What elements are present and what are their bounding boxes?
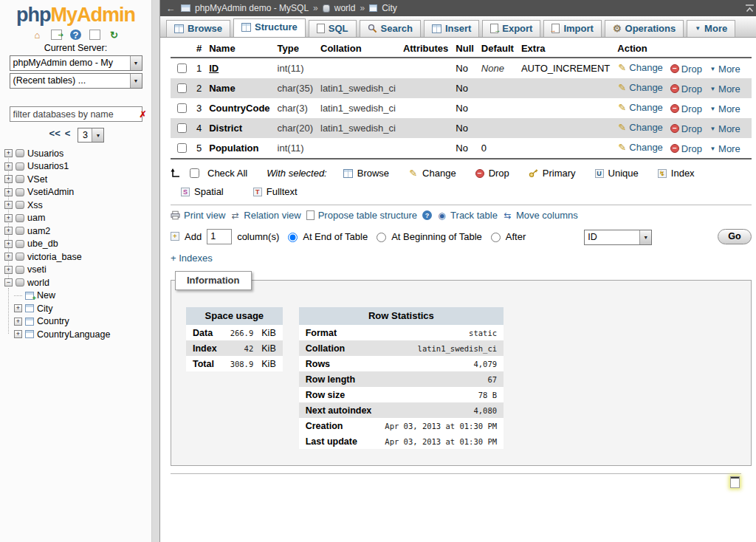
collapse-menu-icon[interactable]	[745, 4, 755, 13]
after-radio[interactable]	[491, 233, 501, 242]
drop-link[interactable]: −Drop	[670, 103, 702, 114]
more-link[interactable]: ▼More	[709, 143, 740, 154]
sidebar-db-label[interactable]: Xss	[27, 200, 43, 210]
expand-expander-icon[interactable]: +	[4, 149, 13, 157]
sidebar-table-label[interactable]: City	[37, 303, 53, 314]
sidebar-db-label[interactable]: uam2	[27, 226, 50, 236]
change-link[interactable]: ✎Change	[617, 82, 663, 93]
more-link[interactable]: ▼More	[709, 103, 740, 114]
expand-expander-icon[interactable]: +	[4, 227, 13, 235]
row-checkbox[interactable]	[177, 143, 187, 153]
more-link[interactable]: ▼More	[709, 123, 740, 134]
server-select[interactable]: phpMyAdmin demo - My ▼	[10, 55, 142, 71]
row-checkbox[interactable]	[177, 103, 187, 113]
expand-expander-icon[interactable]: +	[4, 175, 13, 183]
sidebar-db-label[interactable]: VSet	[27, 174, 47, 185]
tab-browse[interactable]: Browse	[166, 20, 230, 37]
option-after[interactable]: After	[487, 230, 526, 242]
with-selected-primary-button[interactable]: Primary	[529, 168, 576, 179]
change-link[interactable]: ✎Change	[617, 142, 663, 153]
expand-expander-icon[interactable]: +	[4, 201, 13, 209]
at-beginning-radio[interactable]	[377, 233, 386, 242]
drop-link[interactable]: −Drop	[670, 123, 702, 134]
expand-expander-icon[interactable]: +	[4, 188, 13, 196]
indexes-toggle-link[interactable]: + Indexes	[171, 253, 213, 264]
sidebar-table-label[interactable]: Country	[37, 316, 69, 326]
sidebar-db-label[interactable]: Usuarios	[27, 148, 63, 159]
expand-expander-icon[interactable]: +	[14, 330, 22, 338]
clear-filter-icon[interactable]: ✗	[135, 109, 151, 120]
with-selected-spatial-button[interactable]: SSpatial	[181, 186, 224, 197]
back-button[interactable]: ←	[160, 3, 181, 14]
documentation-icon[interactable]: ?	[70, 30, 81, 40]
tab-sql[interactable]: SQL	[309, 20, 357, 37]
drop-link[interactable]: −Drop	[670, 64, 702, 75]
drop-link[interactable]: −Drop	[670, 143, 702, 154]
expand-expander-icon[interactable]: +	[14, 318, 22, 326]
row-checkbox[interactable]	[177, 123, 187, 133]
change-link[interactable]: ✎Change	[617, 62, 663, 73]
tab-import[interactable]: Import	[543, 20, 601, 37]
panel-resize-divider[interactable]	[151, 0, 159, 542]
with-selected-change-button[interactable]: ✎Change	[408, 168, 456, 179]
row-checkbox[interactable]	[177, 64, 187, 73]
sidebar-table-label[interactable]: CountryLanguage	[37, 329, 110, 340]
drop-link[interactable]: −Drop	[670, 83, 702, 95]
recent-tables-select[interactable]: (Recent tables) ... ▼	[10, 73, 142, 89]
tab-more[interactable]: ▼More	[687, 20, 735, 37]
after-column-select[interactable]: ID▼	[584, 230, 652, 245]
tab-search[interactable]: Search	[360, 20, 421, 37]
print-view-link[interactable]: Print view	[171, 210, 225, 221]
expand-expander-icon[interactable]: +	[4, 253, 13, 261]
row-checkbox[interactable]	[177, 83, 187, 93]
logout-icon[interactable]	[51, 30, 62, 40]
tab-export[interactable]: Export	[482, 20, 540, 37]
add-column-count-input[interactable]	[207, 229, 232, 244]
tab-insert[interactable]: Insert	[424, 20, 479, 37]
mysql-docs-icon[interactable]	[89, 30, 100, 40]
option-at-beginning[interactable]: At Beginning of Table	[373, 230, 482, 242]
sidebar-db-label[interactable]: Usuarios1	[27, 161, 69, 171]
more-link[interactable]: ▼More	[709, 83, 740, 95]
expand-expander-icon[interactable]: +	[14, 304, 22, 312]
sidebar-db-label[interactable]: VsetiAdmin	[27, 187, 74, 197]
relation-view-link[interactable]: ⇄Relation view	[230, 210, 300, 221]
with-selected-index-button[interactable]: ↯Index	[658, 168, 695, 179]
sidebar-db-label[interactable]: vseti	[27, 264, 47, 275]
expand-expander-icon[interactable]: +	[4, 162, 13, 171]
go-button[interactable]: Go	[718, 229, 751, 244]
sidebar-db-label[interactable]: uam	[27, 213, 45, 223]
option-at-end[interactable]: At End of Table	[284, 230, 368, 242]
with-selected-fulltext-button[interactable]: TFulltext	[253, 186, 298, 197]
with-selected-browse-button[interactable]: Browse	[343, 168, 389, 179]
change-link[interactable]: ✎Change	[617, 102, 663, 113]
sidebar-db-label[interactable]: ube_db	[27, 239, 58, 249]
propose-table-structure-link[interactable]: Propose table structure	[306, 210, 417, 221]
database-filter-input[interactable]	[10, 109, 135, 120]
change-link[interactable]: ✎Change	[617, 122, 663, 133]
page-number-select[interactable]: 3▼	[78, 128, 104, 143]
breadcrumb-database-link[interactable]: world	[334, 3, 356, 13]
breadcrumb-table-link[interactable]: City	[382, 3, 397, 13]
page-prev-link[interactable]: <	[65, 128, 71, 139]
reload-navigation-icon[interactable]: ↻	[109, 30, 120, 40]
with-selected-drop-button[interactable]: −Drop	[475, 168, 509, 179]
home-icon[interactable]: ⌂	[32, 30, 43, 40]
at-end-radio[interactable]	[288, 233, 298, 242]
expand-expander-icon[interactable]: +	[4, 240, 13, 248]
tab-operations[interactable]: ⚙Operations	[605, 20, 684, 37]
sidebar-db-label[interactable]: victoria_base	[27, 252, 82, 262]
breadcrumb-server-link[interactable]: phpMyAdmin demo - MySQL	[195, 3, 309, 13]
with-selected-unique-button[interactable]: UUnique	[595, 168, 639, 179]
help-icon[interactable]: ?	[422, 210, 432, 220]
collapse-expander-icon[interactable]: −	[4, 278, 13, 287]
page-fast-prev-link[interactable]: <<	[49, 128, 61, 139]
query-window-icon[interactable]	[730, 476, 740, 488]
tab-structure[interactable]: Structure	[233, 18, 306, 37]
move-columns-link[interactable]: ⇆Move columns	[503, 210, 578, 221]
sidebar-db-label[interactable]: world	[27, 278, 49, 288]
expand-expander-icon[interactable]: +	[4, 214, 13, 222]
more-link[interactable]: ▼More	[709, 64, 740, 75]
check-all-checkbox[interactable]	[190, 168, 199, 178]
sidebar-table-label[interactable]: New	[37, 290, 55, 301]
